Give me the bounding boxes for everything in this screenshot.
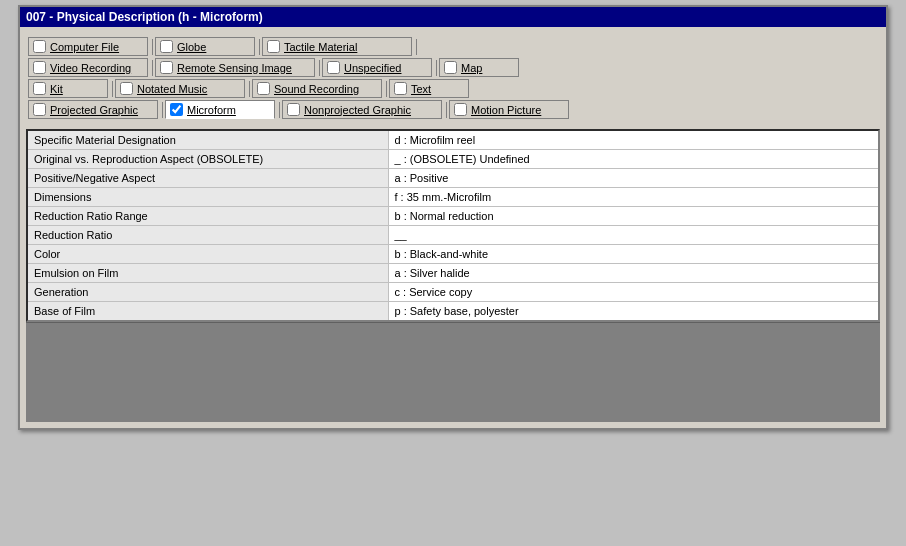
- tab-nonprojected-graphic[interactable]: Nonprojected Graphic: [282, 100, 442, 119]
- tab-text[interactable]: Text: [389, 79, 469, 98]
- field-label: Color: [28, 245, 388, 264]
- divider: [386, 81, 387, 97]
- checkbox-nonprojected-graphic[interactable]: [287, 103, 300, 116]
- checkbox-tactile-material[interactable]: [267, 40, 280, 53]
- tab-label-notated-music: Notated Music: [137, 83, 207, 95]
- checkbox-projected-graphic[interactable]: [33, 103, 46, 116]
- tab-motion-picture[interactable]: Motion Picture: [449, 100, 569, 119]
- tab-notated-music[interactable]: Notated Music: [115, 79, 245, 98]
- tab-row-2: Video Recording Remote Sensing Image Uns…: [28, 58, 878, 77]
- divider: [446, 102, 447, 118]
- divider: [436, 60, 437, 76]
- tab-map[interactable]: Map: [439, 58, 519, 77]
- checkbox-motion-picture[interactable]: [454, 103, 467, 116]
- table-row: Specific Material Designationd : Microfi…: [28, 131, 878, 150]
- tab-label-kit: Kit: [50, 83, 63, 95]
- tab-projected-graphic[interactable]: Projected Graphic: [28, 100, 158, 119]
- table-row: Dimensionsf : 35 mm.-Microfilm: [28, 188, 878, 207]
- divider: [152, 39, 153, 55]
- tab-label-globe: Globe: [177, 41, 206, 53]
- tab-row-3: Kit Notated Music Sound Recording Text: [28, 79, 878, 98]
- field-value: b : Black-and-white: [388, 245, 878, 264]
- tab-globe[interactable]: Globe: [155, 37, 255, 56]
- divider: [162, 102, 163, 118]
- checkbox-video-recording[interactable]: [33, 61, 46, 74]
- field-label: Base of Film: [28, 302, 388, 321]
- table-row: Reduction Ratio__: [28, 226, 878, 245]
- field-value: a : Positive: [388, 169, 878, 188]
- checkbox-globe[interactable]: [160, 40, 173, 53]
- tab-label-map: Map: [461, 62, 482, 74]
- title-bar: 007 - Physical Description (h - Microfor…: [20, 7, 886, 27]
- tabs-area: Computer File Globe Tactile Material: [26, 33, 880, 125]
- divider: [416, 39, 417, 55]
- field-label: Dimensions: [28, 188, 388, 207]
- tab-video-recording[interactable]: Video Recording: [28, 58, 148, 77]
- tab-label-nonprojected-graphic: Nonprojected Graphic: [304, 104, 411, 116]
- main-window: 007 - Physical Description (h - Microfor…: [18, 5, 888, 430]
- tab-label-video-recording: Video Recording: [50, 62, 131, 74]
- tab-row-4: Projected Graphic Microform Nonprojected…: [28, 100, 878, 119]
- field-value: a : Silver halide: [388, 264, 878, 283]
- field-value: p : Safety base, polyester: [388, 302, 878, 321]
- data-table: Specific Material Designationd : Microfi…: [28, 131, 878, 320]
- tab-unspecified[interactable]: Unspecified: [322, 58, 432, 77]
- table-row: Colorb : Black-and-white: [28, 245, 878, 264]
- checkbox-remote-sensing-image[interactable]: [160, 61, 173, 74]
- tab-tactile-material[interactable]: Tactile Material: [262, 37, 412, 56]
- table-row: Positive/Negative Aspecta : Positive: [28, 169, 878, 188]
- field-label: Specific Material Designation: [28, 131, 388, 150]
- checkbox-sound-recording[interactable]: [257, 82, 270, 95]
- field-label: Reduction Ratio Range: [28, 207, 388, 226]
- checkbox-computer-file[interactable]: [33, 40, 46, 53]
- field-label: Original vs. Reproduction Aspect (OBSOLE…: [28, 150, 388, 169]
- tab-label-unspecified: Unspecified: [344, 62, 401, 74]
- checkbox-map[interactable]: [444, 61, 457, 74]
- table-row: Base of Filmp : Safety base, polyester: [28, 302, 878, 321]
- table-row: Emulsion on Filma : Silver halide: [28, 264, 878, 283]
- tab-row-1: Computer File Globe Tactile Material: [28, 37, 878, 56]
- tab-label-sound-recording: Sound Recording: [274, 83, 359, 95]
- divider: [259, 39, 260, 55]
- divider: [249, 81, 250, 97]
- field-label: Emulsion on Film: [28, 264, 388, 283]
- field-label: Positive/Negative Aspect: [28, 169, 388, 188]
- tab-remote-sensing-image[interactable]: Remote Sensing Image: [155, 58, 315, 77]
- tab-label-computer-file: Computer File: [50, 41, 119, 53]
- field-value: _ : (OBSOLETE) Undefined: [388, 150, 878, 169]
- table-row: Reduction Ratio Rangeb : Normal reductio…: [28, 207, 878, 226]
- window-content: Computer File Globe Tactile Material: [20, 27, 886, 428]
- divider: [152, 60, 153, 76]
- tab-label-projected-graphic: Projected Graphic: [50, 104, 138, 116]
- tab-label-microform: Microform: [187, 104, 236, 116]
- field-value: f : 35 mm.-Microfilm: [388, 188, 878, 207]
- checkbox-kit[interactable]: [33, 82, 46, 95]
- tab-label-remote-sensing-image: Remote Sensing Image: [177, 62, 292, 74]
- tab-label-text: Text: [411, 83, 431, 95]
- checkbox-text[interactable]: [394, 82, 407, 95]
- field-value: __: [388, 226, 878, 245]
- tab-microform[interactable]: Microform: [165, 100, 275, 119]
- tab-sound-recording[interactable]: Sound Recording: [252, 79, 382, 98]
- field-value: d : Microfilm reel: [388, 131, 878, 150]
- tab-computer-file[interactable]: Computer File: [28, 37, 148, 56]
- field-value: b : Normal reduction: [388, 207, 878, 226]
- divider: [112, 81, 113, 97]
- field-label: Generation: [28, 283, 388, 302]
- window-title: 007 - Physical Description (h - Microfor…: [26, 10, 263, 24]
- field-value: c : Service copy: [388, 283, 878, 302]
- tab-label-motion-picture: Motion Picture: [471, 104, 541, 116]
- checkbox-notated-music[interactable]: [120, 82, 133, 95]
- empty-area: [26, 322, 880, 422]
- checkbox-microform[interactable]: [170, 103, 183, 116]
- tab-kit[interactable]: Kit: [28, 79, 108, 98]
- divider: [319, 60, 320, 76]
- tab-label-tactile-material: Tactile Material: [284, 41, 357, 53]
- divider: [279, 102, 280, 118]
- table-row: Original vs. Reproduction Aspect (OBSOLE…: [28, 150, 878, 169]
- data-table-container: Specific Material Designationd : Microfi…: [26, 129, 880, 322]
- table-row: Generationc : Service copy: [28, 283, 878, 302]
- checkbox-unspecified[interactable]: [327, 61, 340, 74]
- field-label: Reduction Ratio: [28, 226, 388, 245]
